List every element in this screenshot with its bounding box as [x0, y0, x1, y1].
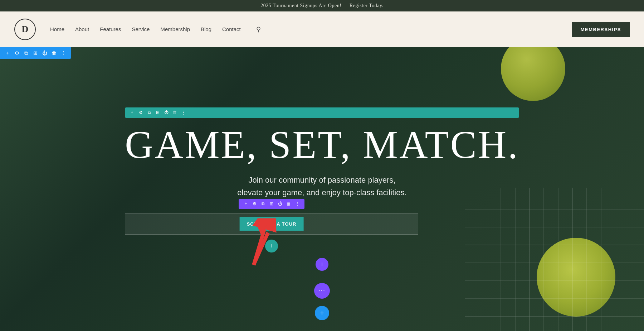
- element-toolbar-purple: + ⚙ ⧉ ⊞ ⏻ 🗑 ⋮: [239, 199, 304, 209]
- grid-icon-sm[interactable]: ⊞: [155, 110, 161, 115]
- power-icon[interactable]: ⏻: [42, 50, 48, 56]
- duplicate-icon-el[interactable]: ⧉: [260, 201, 266, 207]
- add-element-button-teal[interactable]: +: [265, 240, 278, 252]
- add-section-button[interactable]: +: [315, 306, 329, 320]
- more-icon[interactable]: ⋮: [60, 50, 67, 56]
- add-icon[interactable]: +: [4, 50, 11, 56]
- hero-title: GAME, SET, MATCH.: [125, 123, 519, 167]
- power-icon-el[interactable]: ⏻: [277, 201, 283, 207]
- memberships-button[interactable]: MEMBERSHIPS: [572, 22, 630, 37]
- nav-service[interactable]: Service: [132, 26, 150, 32]
- hero-section: + ⚙ ⧉ ⊞ ⏻ 🗑 ⋮ + ⚙ ⧉ ⊞ ⏻ 🗑 ⋮ GAME, SET, M…: [0, 47, 644, 331]
- power-icon-sm[interactable]: ⏻: [164, 110, 169, 115]
- search-icon[interactable]: ⚲: [255, 26, 262, 33]
- delete-icon-el[interactable]: 🗑: [286, 201, 292, 207]
- navbar: D Home About Features Service Membership…: [0, 11, 644, 47]
- settings-icon-el[interactable]: ⚙: [252, 201, 257, 207]
- duplicate-icon-sm[interactable]: ⧉: [146, 110, 152, 115]
- delete-icon[interactable]: 🗑: [51, 50, 57, 56]
- settings-icon-sm[interactable]: ⚙: [138, 110, 143, 115]
- add-icon-sm[interactable]: +: [129, 110, 135, 115]
- more-options-button[interactable]: ···: [314, 283, 330, 299]
- nav-home[interactable]: Home: [50, 26, 64, 32]
- hero-subtitle: Join our community of passionate players…: [125, 174, 519, 199]
- add-icon-el[interactable]: +: [243, 201, 249, 207]
- section-toolbar-teal: + ⚙ ⧉ ⊞ ⏻ 🗑 ⋮: [125, 107, 519, 118]
- nav-membership[interactable]: Membership: [160, 26, 190, 32]
- cta-wrapper: + ⚙ ⧉ ⊞ ⏻ 🗑 ⋮ SCHEDULE A TOUR: [125, 213, 418, 235]
- nav-logo[interactable]: D: [14, 19, 36, 40]
- grid-icon-el[interactable]: ⊞: [269, 201, 274, 207]
- hero-content: + ⚙ ⧉ ⊞ ⏻ 🗑 ⋮ GAME, SET, MATCH. Join our…: [125, 107, 519, 271]
- nav-blog[interactable]: Blog: [201, 26, 211, 32]
- grid-icon[interactable]: ⊞: [32, 50, 39, 56]
- add-element-button-purple[interactable]: +: [316, 258, 328, 271]
- section-toolbar-top: + ⚙ ⧉ ⊞ ⏻ 🗑 ⋮: [0, 47, 71, 59]
- nav-about[interactable]: About: [75, 26, 89, 32]
- nav-contact[interactable]: Contact: [222, 26, 241, 32]
- delete-icon-sm[interactable]: 🗑: [172, 110, 178, 115]
- announcement-text: 2025 Tournament Signups Are Open! — Regi…: [260, 3, 383, 8]
- tennis-ball-top: [501, 47, 565, 101]
- nav-features[interactable]: Features: [100, 26, 121, 32]
- nav-links: Home About Features Service Membership B…: [50, 26, 572, 33]
- announcement-bar: 2025 Tournament Signups Are Open! — Regi…: [0, 0, 644, 11]
- settings-icon[interactable]: ⚙: [14, 50, 20, 56]
- more-icon-el[interactable]: ⋮: [294, 201, 300, 207]
- more-icon-sm[interactable]: ⋮: [181, 110, 186, 115]
- duplicate-icon[interactable]: ⧉: [23, 50, 29, 56]
